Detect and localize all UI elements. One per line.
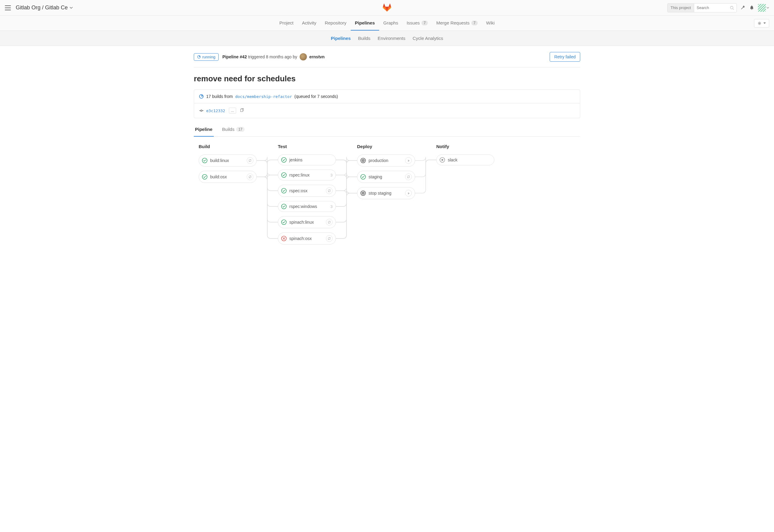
user-menu[interactable] bbox=[758, 4, 769, 12]
retry-icon bbox=[248, 175, 252, 179]
breadcrumb[interactable]: Gitlab Org / Gitlab Ce bbox=[16, 5, 73, 11]
issues-count-badge: 7 bbox=[421, 21, 428, 25]
nav-pipelines[interactable]: Pipelines bbox=[351, 16, 379, 31]
stage-title: Notify bbox=[436, 144, 494, 149]
search-scope[interactable]: This project bbox=[668, 4, 694, 12]
job-pill[interactable]: jenkins bbox=[278, 154, 336, 165]
manual-icon bbox=[360, 190, 366, 196]
builds-count-text: 17 builds from bbox=[206, 94, 233, 99]
job-pill[interactable]: spinach:osx bbox=[278, 232, 336, 245]
commit-sha-link[interactable]: e3c12332 bbox=[206, 109, 225, 113]
main-nav: Project Activity Repository Pipelines Gr… bbox=[0, 16, 774, 31]
user-avatar[interactable] bbox=[300, 53, 307, 60]
nav-activity[interactable]: Activity bbox=[298, 16, 321, 31]
search-icon[interactable] bbox=[727, 6, 737, 10]
tab-builds-label: Builds bbox=[222, 127, 235, 132]
status-badge[interactable]: running bbox=[194, 53, 219, 61]
retry-icon bbox=[248, 159, 252, 162]
job-count: 3 bbox=[330, 173, 333, 177]
hamburger-menu[interactable] bbox=[5, 5, 11, 10]
nav-issues[interactable]: Issues 7 bbox=[402, 16, 432, 31]
retry-button[interactable] bbox=[247, 174, 253, 180]
play-button[interactable] bbox=[405, 157, 412, 164]
chevron-down-icon bbox=[70, 6, 73, 9]
mr-count-badge: 7 bbox=[471, 21, 478, 25]
sha-ellipsis[interactable]: ... bbox=[229, 108, 236, 114]
nav-graphs[interactable]: Graphs bbox=[379, 16, 402, 31]
caret-down-icon bbox=[763, 22, 766, 24]
play-icon bbox=[407, 191, 410, 195]
nav-merge-requests[interactable]: Merge Requests 7 bbox=[432, 16, 482, 31]
branch-link[interactable]: docs/membership-refactor bbox=[235, 94, 292, 99]
tab-builds-count: 17 bbox=[236, 127, 244, 132]
running-icon bbox=[199, 94, 204, 99]
job-pill[interactable]: staging bbox=[357, 171, 415, 183]
retry-button[interactable] bbox=[405, 174, 412, 180]
job-pill[interactable]: build:osx bbox=[199, 171, 257, 183]
play-button[interactable] bbox=[405, 190, 412, 196]
job-pill[interactable]: slack bbox=[436, 154, 494, 165]
job-pill[interactable]: spinach:linux bbox=[278, 216, 336, 228]
tab-pipeline[interactable]: Pipeline bbox=[194, 122, 214, 137]
job-name: rspec:windows bbox=[289, 204, 317, 209]
passed-icon bbox=[281, 219, 287, 225]
manual-icon bbox=[360, 158, 366, 163]
search-box: This project bbox=[667, 3, 737, 12]
pipeline-header: running Pipeline #42 triggered 8 months … bbox=[194, 52, 580, 67]
retry-icon bbox=[327, 237, 331, 240]
job-pill[interactable]: build:linux bbox=[199, 154, 257, 167]
pipeline-number: #42 bbox=[240, 54, 247, 59]
tab-builds[interactable]: Builds 17 bbox=[221, 122, 246, 137]
passed-icon bbox=[281, 204, 287, 209]
job-name: rspec:osx bbox=[289, 188, 307, 193]
retry-failed-button[interactable]: Retry failed bbox=[550, 52, 580, 62]
passed-icon bbox=[360, 174, 366, 180]
settings-dropdown[interactable] bbox=[754, 19, 769, 28]
nav-project[interactable]: Project bbox=[275, 16, 298, 31]
retry-button[interactable] bbox=[247, 157, 253, 164]
job-name: spinach:osx bbox=[289, 236, 312, 241]
svg-point-10 bbox=[201, 110, 202, 112]
nav-issues-label: Issues bbox=[407, 20, 420, 25]
job-pill[interactable]: rspec:linux3 bbox=[278, 170, 336, 180]
job-pill[interactable]: stop staging bbox=[357, 187, 415, 199]
retry-button[interactable] bbox=[326, 219, 333, 225]
running-icon bbox=[197, 55, 201, 59]
retry-icon bbox=[407, 175, 410, 179]
failed-icon bbox=[281, 236, 287, 241]
pipeline-triggered: triggered 8 months ago by bbox=[248, 54, 297, 59]
commit-icon bbox=[199, 108, 204, 113]
subnav-builds[interactable]: Builds bbox=[354, 36, 374, 41]
nav-repository[interactable]: Repository bbox=[320, 16, 351, 31]
retry-button[interactable] bbox=[326, 187, 333, 194]
job-name: jenkins bbox=[289, 157, 303, 162]
job-pill[interactable]: rspec:osx bbox=[278, 185, 336, 197]
gitlab-logo[interactable] bbox=[382, 2, 392, 13]
job-name: slack bbox=[448, 157, 457, 162]
job-pill[interactable]: production bbox=[357, 154, 415, 167]
pipeline-user[interactable]: ernstvn bbox=[309, 54, 325, 59]
retry-icon bbox=[327, 189, 331, 193]
avatar bbox=[758, 4, 766, 12]
stage-title: Deploy bbox=[357, 144, 415, 149]
retry-button[interactable] bbox=[326, 235, 333, 242]
svg-point-7 bbox=[759, 22, 760, 24]
wrench-icon[interactable] bbox=[740, 5, 746, 10]
copy-icon[interactable] bbox=[240, 108, 244, 113]
job-name: staging bbox=[369, 174, 382, 179]
queued-text: (queued for 7 seconds) bbox=[294, 94, 338, 99]
passed-icon bbox=[281, 157, 287, 163]
job-pill[interactable]: rspec:windows3 bbox=[278, 201, 336, 212]
bell-icon[interactable] bbox=[749, 5, 754, 10]
subnav-environments[interactable]: Environments bbox=[374, 36, 409, 41]
detail-tabs: Pipeline Builds 17 bbox=[194, 122, 580, 137]
search-input[interactable] bbox=[694, 4, 727, 12]
top-header: Gitlab Org / Gitlab Ce This project bbox=[0, 0, 774, 16]
subnav-pipelines[interactable]: Pipelines bbox=[327, 36, 354, 41]
nav-wiki[interactable]: Wiki bbox=[482, 16, 499, 31]
status-label: running bbox=[202, 55, 215, 59]
passed-icon bbox=[281, 188, 287, 193]
subnav-cycle-analytics[interactable]: Cycle Analytics bbox=[409, 36, 447, 41]
pipeline-meta: Pipeline #42 triggered 8 months ago by e… bbox=[222, 53, 324, 60]
stage-notify: Notifyslack bbox=[436, 144, 494, 245]
